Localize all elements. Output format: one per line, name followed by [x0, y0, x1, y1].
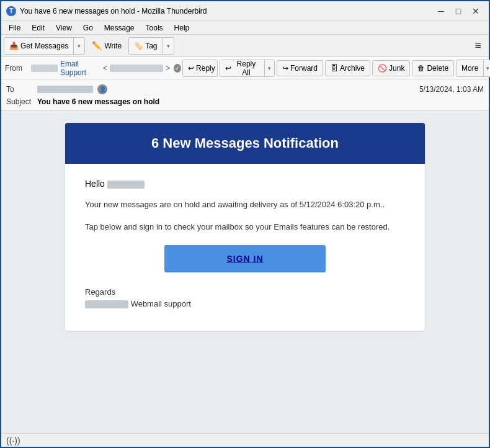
email-notification-title: 6 New Messages Notification	[78, 135, 412, 151]
forward-icon: ↪	[282, 64, 288, 73]
sign-in-button[interactable]: SIGN IN	[164, 245, 326, 272]
sender-redacted	[31, 65, 58, 72]
window-title: You have 6 new messages on hold - Mozill…	[20, 7, 433, 16]
reply-all-icon: ↩	[225, 64, 231, 73]
email-card-body: Hello Your new messages are on hold and …	[65, 164, 425, 331]
get-messages-group: 📥 Get Messages ▾	[4, 37, 85, 55]
subject-field-row: Subject You have 6 new messages on hold	[6, 96, 484, 107]
email-date: 5/13/2024, 1:03 AM	[419, 85, 484, 94]
tag-icon: 🏷️	[134, 42, 143, 50]
close-button[interactable]: ✕	[468, 5, 484, 17]
get-messages-label: Get Messages	[20, 42, 68, 50]
archive-label: Archive	[340, 64, 365, 73]
archive-icon: 🗄	[331, 64, 338, 73]
wireless-icon: ((·))	[6, 436, 20, 446]
sender-name: Email Support	[60, 60, 100, 77]
forward-button[interactable]: ↪ Forward	[277, 60, 323, 76]
greeting-text: Hello	[85, 179, 405, 189]
org-name-redacted	[85, 300, 128, 308]
get-messages-button[interactable]: 📥 Get Messages	[4, 38, 73, 54]
to-value: 👤	[37, 84, 419, 94]
reply-all-button[interactable]: ↩ Reply All	[220, 60, 264, 76]
write-label: Write	[104, 42, 122, 50]
junk-icon: 🚫	[378, 64, 387, 73]
menu-tools[interactable]: Tools	[141, 22, 168, 34]
hamburger-menu[interactable]: ≡	[470, 39, 486, 52]
from-label: From	[5, 64, 30, 73]
tag-label: Tag	[145, 42, 157, 50]
email-action-toolbar: From Email Support < > ✓ ↩ Reply	[1, 57, 489, 80]
tag-dropdown[interactable]: ▾	[163, 38, 174, 54]
more-dropdown[interactable]: ▾	[483, 60, 490, 76]
sender-email-redacted	[110, 65, 163, 72]
subject-value: You have 6 new messages on hold	[37, 97, 159, 106]
archive-button[interactable]: 🗄 Archive	[325, 60, 370, 76]
email-body-wrapper: FISH.COM 6 New Messages Notification Hel…	[1, 110, 489, 433]
regards-section: Regards Webmail support	[85, 287, 405, 308]
menu-view[interactable]: View	[51, 22, 77, 34]
get-messages-icon: 📥	[9, 42, 19, 50]
more-group: More ▾	[456, 60, 490, 77]
to-label: To	[6, 85, 37, 94]
regards-text: Regards	[85, 287, 405, 297]
support-label: Webmail support	[131, 299, 191, 308]
reply-all-dropdown[interactable]: ▾	[264, 60, 274, 76]
app-icon: T	[6, 6, 16, 16]
reply-icon: ↩	[188, 64, 194, 73]
verify-icon: ✓	[174, 64, 181, 73]
write-icon: ✏️	[92, 41, 102, 50]
menu-go[interactable]: Go	[78, 22, 98, 34]
to-redacted	[37, 86, 93, 93]
more-button[interactable]: More	[457, 60, 483, 76]
body-line1: Your new messages are on hold and awaiti…	[85, 199, 405, 211]
menu-message[interactable]: Message	[99, 22, 140, 34]
minimize-button[interactable]: ─	[433, 5, 449, 17]
reply-button[interactable]: ↩ Reply	[183, 60, 218, 76]
delete-label: Delete	[427, 64, 448, 73]
main-toolbar: 📥 Get Messages ▾ ✏️ Write 🏷️ Tag ▾ ≡	[1, 35, 489, 57]
to-field-row: To 👤 5/13/2024, 1:03 AM	[6, 83, 484, 96]
reply-label: Reply	[196, 64, 215, 73]
write-button[interactable]: ✏️ Write	[86, 37, 127, 55]
delete-icon: 🗑	[417, 64, 425, 73]
junk-button[interactable]: 🚫 Junk	[372, 60, 410, 76]
forward-label: Forward	[290, 64, 318, 73]
junk-label: Junk	[389, 64, 404, 73]
body-line2: Tap below and sign in to check your mail…	[85, 221, 405, 233]
tag-button[interactable]: 🏷️ Tag	[129, 38, 162, 54]
more-label: More	[461, 64, 478, 73]
sender-email: <	[103, 64, 107, 73]
email-card-header: 6 New Messages Notification	[65, 123, 425, 164]
maximize-button[interactable]: □	[450, 5, 466, 17]
tag-group: 🏷️ Tag ▾	[128, 37, 174, 55]
email-card: 6 New Messages Notification Hello Your n…	[65, 123, 425, 331]
reply-all-label: Reply All	[233, 60, 259, 77]
contact-icon: 👤	[97, 84, 107, 94]
status-bar: ((·))	[1, 433, 489, 447]
get-messages-dropdown[interactable]: ▾	[73, 38, 84, 54]
recipient-name-redacted	[107, 181, 145, 189]
email-header: From Email Support < > ✓ ↩ Reply	[1, 57, 489, 110]
menu-file[interactable]: File	[4, 22, 25, 34]
delete-button[interactable]: 🗑 Delete	[412, 60, 454, 76]
sender-email-close: >	[166, 64, 170, 73]
reply-all-group: ↩ Reply All ▾	[220, 60, 275, 77]
menu-bar: File Edit View Go Message Tools Help	[1, 21, 489, 35]
email-fields: To 👤 5/13/2024, 1:03 AM Subject You have…	[1, 80, 489, 110]
menu-edit[interactable]: Edit	[27, 22, 50, 34]
subject-label: Subject	[6, 97, 37, 106]
menu-help[interactable]: Help	[169, 22, 195, 34]
reply-group: ↩ Reply	[182, 60, 218, 77]
